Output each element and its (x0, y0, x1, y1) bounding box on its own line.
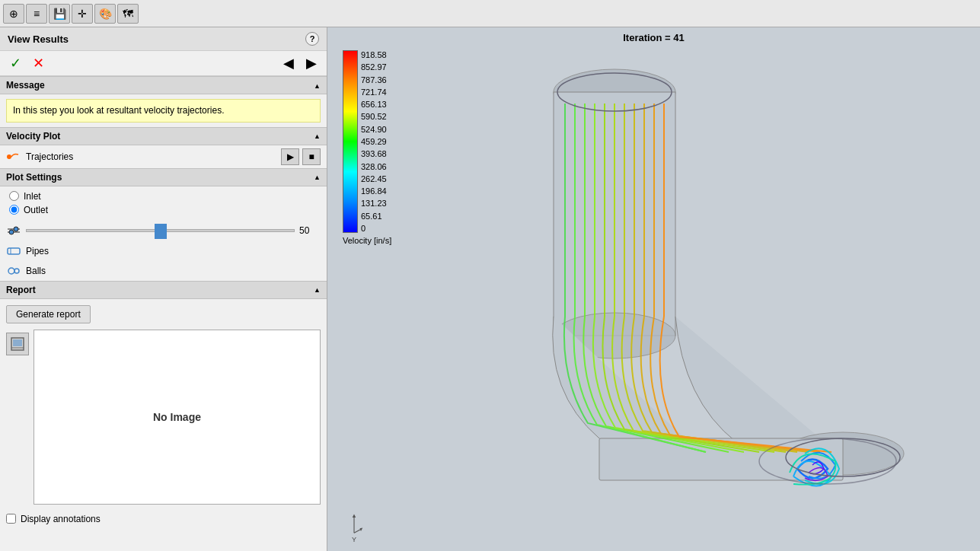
slider-row: 50 (0, 220, 327, 241)
trajectory-label: Trajectories (26, 151, 73, 162)
panel-title: View Results (8, 33, 69, 45)
legend-labels: 918.58852.97787.36721.74656.13590.52524.… (361, 50, 387, 233)
no-image-label: No Image (153, 411, 201, 423)
report-image-area: No Image (0, 330, 327, 511)
svg-point-4 (9, 230, 14, 234)
legend-value: 524.90 (361, 125, 387, 134)
display-annotations-label: Display annotations (21, 514, 101, 524)
report-section-header: Report (0, 281, 327, 299)
axis-label: Y (352, 536, 356, 543)
svg-point-8 (14, 269, 19, 273)
radio-group: Inlet Outlet (0, 186, 327, 220)
iteration-label: Iteration = 41 (623, 32, 685, 43)
toolbar-btn-6[interactable]: 🗺 (117, 4, 139, 24)
outlet-radio-item[interactable]: Outlet (9, 205, 318, 215)
inlet-label: Inlet (24, 191, 41, 202)
pipes-icon (6, 244, 21, 259)
svg-point-7 (8, 268, 14, 274)
toolbar-btn-1[interactable]: ⊕ (3, 4, 24, 24)
balls-icon (6, 263, 21, 279)
pipes-label: Pipes (26, 246, 49, 256)
legend-value: 0 (361, 224, 387, 233)
slider-icon (6, 223, 21, 238)
velocity-plot-label: Velocity Plot (6, 131, 60, 142)
report-collapse-btn[interactable] (314, 285, 321, 294)
forward-button[interactable]: ▶ (302, 54, 321, 72)
svg-marker-13 (353, 514, 356, 518)
legend-value: 590.52 (361, 112, 387, 121)
plot-settings-collapse-btn[interactable] (314, 173, 321, 181)
slider-thumb[interactable] (155, 224, 167, 239)
annotations-row: Display annotations (0, 511, 327, 527)
legend-value: 918.58 (361, 50, 387, 59)
panel-header: View Results ? (0, 27, 327, 51)
message-section-header: Message (0, 76, 327, 94)
outlet-label: Outlet (24, 205, 48, 215)
trajectory-icon (6, 149, 21, 164)
report-actions: Generate report (0, 299, 327, 330)
velocity-plot-section-header: Velocity Plot (0, 127, 327, 145)
legend-bar (343, 50, 358, 233)
legend-value: 65.61 (361, 212, 387, 221)
toolbar-btn-4[interactable]: ✛ (72, 4, 93, 24)
display-annotations-checkbox[interactable] (6, 514, 16, 524)
legend-value: 196.84 (361, 186, 387, 196)
legend-value: 328.06 (361, 162, 387, 171)
message-text: In this step you look at resultant veloc… (13, 105, 224, 116)
inlet-radio-item[interactable]: Inlet (9, 191, 318, 202)
play-button[interactable]: ▶ (281, 148, 299, 165)
axis-indicator: Y (343, 513, 366, 543)
message-section-label: Message (6, 80, 45, 91)
trajectory-count-slider[interactable] (26, 223, 295, 238)
legend-value: 459.29 (361, 137, 387, 146)
slider-value: 50 (299, 225, 321, 236)
message-box: In this step you look at resultant veloc… (6, 99, 321, 123)
svg-point-3 (14, 227, 18, 231)
toolbar-btn-5[interactable]: 🎨 (94, 4, 116, 24)
outlet-radio[interactable] (9, 205, 19, 215)
plot-settings-label: Plot Settings (6, 172, 62, 183)
trajectories-item: Trajectories ▶ ■ (0, 145, 327, 168)
message-collapse-btn[interactable] (314, 81, 321, 90)
balls-label: Balls (26, 266, 46, 276)
plot-settings-section-header: Plot Settings (0, 168, 327, 186)
balls-item[interactable]: Balls (0, 261, 327, 281)
legend-value: 721.74 (361, 88, 387, 97)
legend-value: 393.68 (361, 149, 387, 158)
flow-viz-svg (447, 27, 980, 499)
left-panel: View Results ? ✓ ✕ ◀ ▶ Message In this s… (0, 27, 327, 551)
legend-value: 787.36 (361, 75, 387, 84)
velocity-controls: ▶ ■ (281, 148, 321, 165)
back-button[interactable]: ◀ (279, 54, 298, 72)
report-label: Report (6, 285, 36, 295)
toolbar-btn-3[interactable]: 💾 (49, 4, 70, 24)
toolbar-btn-2[interactable]: ≡ (26, 4, 47, 24)
report-image-box: No Image (34, 330, 321, 505)
action-bar: ✓ ✕ ◀ ▶ (0, 51, 327, 76)
stop-button[interactable]: ■ (302, 148, 321, 165)
cancel-button[interactable]: ✕ (29, 54, 47, 72)
report-thumbnail-button[interactable] (6, 333, 29, 355)
legend-value: 131.23 (361, 199, 387, 208)
legend-value: 656.13 (361, 100, 387, 109)
pipes-item[interactable]: Pipes (0, 241, 327, 261)
help-button[interactable]: ? (305, 32, 319, 46)
legend-value: 262.45 (361, 174, 387, 183)
main-toolbar: ⊕ ≡ 💾 ✛ 🎨 🗺 (0, 0, 980, 27)
3d-visualization (327, 27, 980, 551)
velocity-collapse-btn[interactable] (314, 132, 321, 140)
confirm-button[interactable]: ✓ (6, 54, 24, 72)
legend-value: 852.97 (361, 62, 387, 72)
svg-rect-10 (13, 339, 22, 346)
panel-header-actions: ? (305, 32, 319, 46)
legend-unit: Velocity [in/s] (343, 236, 391, 245)
svg-rect-5 (8, 248, 20, 254)
inlet-radio[interactable] (9, 191, 19, 201)
viewport: Iteration = 41 918.58852.97787.36721.746… (327, 27, 980, 551)
svg-point-0 (7, 154, 11, 159)
generate-report-button[interactable]: Generate report (6, 305, 91, 323)
main-area: View Results ? ✓ ✕ ◀ ▶ Message In this s… (0, 27, 980, 551)
color-legend: 918.58852.97787.36721.74656.13590.52524.… (343, 50, 391, 245)
